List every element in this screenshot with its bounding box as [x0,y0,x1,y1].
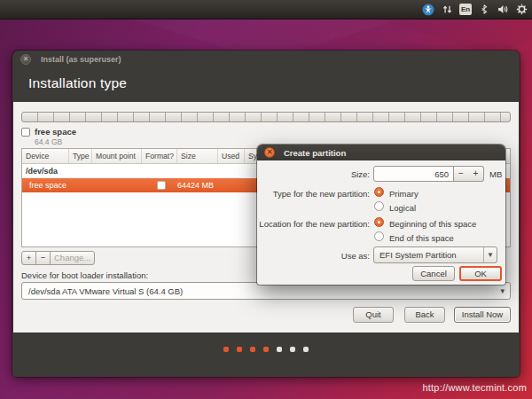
back-button[interactable]: Back [404,307,445,323]
location-label: Location for the new partition: [257,219,370,229]
volume-icon[interactable] [497,4,509,16]
dialog-close-button[interactable]: ✕ [264,147,275,158]
install-now-button[interactable]: Install Now [454,307,511,323]
free-space-legend-swatch [21,128,30,137]
progress-dot [290,347,295,352]
window-titlebar[interactable]: ✕ Install (as superuser) [12,51,520,67]
column-header[interactable]: Used [218,149,245,163]
bluetooth-icon[interactable] [478,4,490,16]
column-header[interactable]: Type [69,149,92,163]
column-header[interactable]: Mount point [92,149,142,163]
keyboard-layout-indicator[interactable]: En [459,4,472,15]
radio-end-label[interactable]: End of this space [389,233,454,243]
size-label: Size: [257,169,370,179]
system-top-bar: En [0,0,532,20]
progress-dot [223,347,229,352]
progress-dot [237,347,242,352]
progress-dot [250,347,255,352]
bootloader-device-select[interactable]: /dev/sda ATA VMware Virtual S (64.4 GB) … [21,282,511,300]
remove-partition-button[interactable]: − [35,251,51,265]
radio-logical-label[interactable]: Logical [389,203,416,213]
dialog-title: Create partition [284,148,346,158]
column-header[interactable]: Format? [142,149,177,163]
network-updown-icon[interactable] [441,4,453,16]
accessibility-icon[interactable] [422,4,434,16]
radio-logical[interactable] [374,201,384,211]
change-partition-button[interactable]: Change... [50,251,95,265]
partition-toolbar: + − Change... [21,251,94,265]
device-cell: /dev/sda [22,167,69,176]
wallpaper-facet [381,20,532,55]
disk-usage-bar [21,112,511,122]
use-as-value: EFI System Partition [379,250,457,260]
ok-button[interactable]: OK [459,266,502,281]
chevron-down-icon: ▾ [500,286,505,295]
format-checkbox[interactable] [157,181,166,190]
column-header[interactable]: Device [22,149,69,163]
radio-beginning[interactable] [374,217,384,227]
size-decrement-button[interactable]: − [453,166,469,182]
use-as-select[interactable]: EFI System Partition ▼ [373,246,497,263]
free-space-legend-label: free space [35,127,76,137]
radio-primary-label[interactable]: Primary [389,189,419,199]
create-partition-dialog: ✕ Create partition Size: − + MB Type for… [257,145,505,285]
size-unit-label: MB [489,169,502,179]
progress-dot [303,347,309,352]
cancel-button[interactable]: Cancel [412,266,455,281]
quit-button[interactable]: Quit [353,307,394,323]
watermark: http://www.tecmint.com [423,382,528,393]
chevron-down-icon: ▼ [483,247,497,262]
radio-beginning-label[interactable]: Beginning of this space [389,219,476,229]
size-increment-button[interactable]: + [468,166,484,182]
use-as-label: Use as: [257,251,370,261]
page-title: Installation type [28,75,127,91]
slideshow-progress [12,332,520,377]
window-close-button[interactable]: ✕ [20,54,31,65]
size-cell: 64424 MB [177,181,218,190]
radio-primary[interactable] [374,187,384,197]
free-space-legend-size: 64.4 GB [35,137,62,146]
bootloader-device-value: /dev/sda ATA VMware Virtual S (64.4 GB) [28,286,183,296]
dialog-titlebar[interactable]: ✕ Create partition [257,145,505,160]
session-gear-icon[interactable] [515,4,528,16]
radio-end[interactable] [374,231,384,241]
add-partition-button[interactable]: + [21,251,36,265]
device-cell: free space [22,181,69,190]
window-title: Install (as superuser) [41,55,121,64]
bootloader-label: Device for boot loader installation: [21,270,148,280]
column-header[interactable]: Size [177,149,218,163]
progress-dot [277,347,282,352]
size-input[interactable] [373,166,454,182]
type-label: Type for the new partition: [257,189,370,199]
progress-dot [263,347,269,352]
